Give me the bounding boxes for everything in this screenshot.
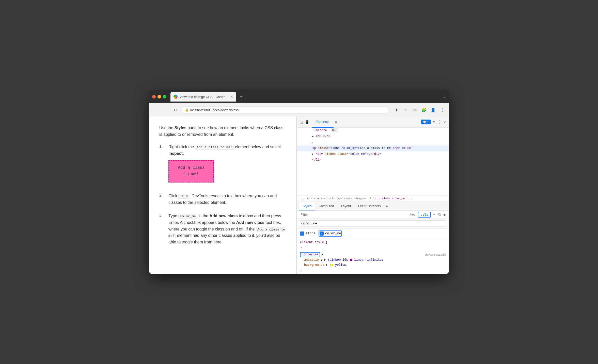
step-content-1: Right-click the Add a class to me! eleme… [168, 144, 286, 186]
class-input-area [297, 219, 449, 228]
toolbar-icons: ⬆ ☆ ✂ 🧩 👤 ⋮ [393, 106, 446, 113]
checkbox-aloha-check[interactable]: ✓ [300, 231, 304, 236]
css-rule-color-me: .color_me { _devtools.scss:55 animation:… [297, 251, 449, 274]
devtools-actions: 💬 1 ⚙ ⋮ ✕ [421, 120, 446, 125]
menu-icon[interactable]: ⋮ [439, 106, 446, 113]
hov-button[interactable]: :hov [408, 212, 417, 217]
html-div-collapsed: <div hidden class="color_me">…</div> [297, 151, 449, 157]
more-icon[interactable]: ⋮ [437, 120, 441, 125]
background-color-swatch [330, 264, 333, 266]
styles-tab-layout[interactable]: Layout [337, 202, 354, 210]
traffic-lights [152, 95, 166, 98]
add-class-demo-button[interactable]: Add a class to me! [168, 160, 214, 183]
html-dots: ... [297, 139, 449, 145]
css-rule-element-style: element.style { } [297, 239, 449, 251]
step-number-2: 2 [159, 193, 164, 198]
reload-button[interactable]: ↻ [171, 106, 179, 113]
close-devtools-icon[interactable]: ✕ [443, 120, 446, 125]
inline-code-color-me: color_me [178, 214, 197, 219]
expand-icon-2[interactable] [312, 152, 314, 157]
copy-style-icon[interactable]: ⧉ [437, 212, 442, 217]
filter-bar: Filter :hov .cls + ⧉ ◧ [297, 211, 449, 219]
new-tab-button[interactable]: + [237, 93, 245, 101]
toggle-icon[interactable]: ◧ [443, 212, 447, 217]
css-source: _devtools.scss:55 [424, 252, 446, 257]
breadcrumb-ol[interactable]: ol [368, 197, 371, 200]
address-input[interactable]: 🔒 localhost:8080/docs/devtools/css/ [181, 106, 388, 114]
filter-input[interactable]: Filter [299, 212, 406, 217]
styles-tabs-more[interactable]: » [384, 203, 389, 209]
forward-button[interactable]: → [162, 106, 169, 113]
html-p-selected[interactable]: <p class="aloha color_me">Add a class to… [297, 145, 449, 151]
checkbox-color-me-wrapper: ✓ color_me [319, 230, 342, 237]
lock-icon: 🔒 [185, 108, 189, 112]
address-bar: ← → ↻ 🔒 localhost:8080/docs/devtools/css… [149, 103, 449, 117]
styles-tab-event-listeners[interactable]: Event Listeners [354, 202, 384, 210]
breadcrumb-li[interactable]: li [373, 197, 376, 200]
step-item-2: 2 Click .cls. DevTools reveals a text bo… [159, 193, 286, 206]
breadcrumb-bar: ... ack.stack--block.type.center-images … [297, 195, 449, 202]
step-number-1: 1 [159, 144, 164, 149]
breadcrumb-block[interactable]: ack.stack--block.type.center-images [307, 197, 366, 200]
step-number-3: 3 [159, 213, 164, 218]
back-button[interactable]: ← [152, 106, 159, 113]
address-text: localhost:8080/docs/devtools/css/ [190, 108, 240, 112]
checkbox-color-me-check[interactable]: ✓ [320, 231, 324, 236]
step-content-3: Type color_me in the Add new class text … [168, 213, 286, 245]
cls-button[interactable]: .cls [418, 212, 431, 218]
animation-color-swatch [350, 259, 352, 261]
profile-icon[interactable]: 👤 [430, 106, 437, 113]
elements-panel: ::before flex <p>…</p> ... <p class="alo… [297, 128, 449, 195]
class-checkboxes: ✓ aloha ✓ color_me [297, 228, 449, 239]
main-content: Use the Styles pane to see how an elemen… [149, 117, 449, 274]
tab-bar: View and change CSS - Chrom... ✕ + ⌄ [170, 92, 446, 102]
step-list: 1 Right-click the Add a class to me! ele… [159, 144, 286, 245]
step-item-3: 3 Type color_me in the Add new class tex… [159, 213, 286, 245]
cursor-icon[interactable]: ⬚ [300, 120, 303, 125]
selector-color-me: .color_me [300, 252, 320, 257]
maximize-window-button[interactable] [163, 95, 166, 98]
bookmark-icon[interactable]: ☆ [402, 106, 409, 113]
html-p-collapsed: <p>…</p> [297, 134, 449, 139]
close-window-button[interactable] [152, 95, 156, 98]
breadcrumb-more[interactable]: ... [407, 197, 413, 200]
cut-icon[interactable]: ✂ [411, 106, 418, 113]
checkbox-color-me-label: color_me [325, 231, 341, 235]
doc-pane: Use the Styles pane to see how an elemen… [149, 117, 296, 274]
intro-text: Use the Styles pane to see how an elemen… [159, 125, 286, 138]
checkbox-color-me: ✓ color_me [320, 231, 341, 236]
step-item-1: 1 Right-click the Add a class to me! ele… [159, 144, 286, 186]
html-before-line: ::before flex [297, 128, 449, 134]
devtools-tabs-more[interactable]: » [334, 119, 339, 125]
inline-code-add-class: Add a class to me! [168, 227, 285, 239]
settings-icon[interactable]: ⚙ [433, 120, 435, 125]
styles-tab-styles[interactable]: Styles [299, 202, 315, 210]
inline-code-1: Add a class to me! [195, 145, 234, 150]
expand-icon[interactable] [312, 134, 314, 139]
class-input-field[interactable] [299, 220, 447, 227]
filter-actions: :hov .cls + ⧉ ◧ [408, 212, 447, 218]
devtools-tabs: Elements » [312, 117, 419, 128]
inline-code-cls: .cls [178, 194, 189, 199]
checkbox-aloha-label: aloha [306, 231, 316, 235]
tab-favicon [174, 95, 178, 99]
active-tab[interactable]: View and change CSS - Chrom... ✕ [170, 92, 236, 102]
step-content-2: Click .cls. DevTools reveals a text box … [168, 193, 286, 206]
breadcrumb-p[interactable]: p.aloha.color_me [379, 197, 405, 200]
minimize-window-button[interactable] [158, 95, 161, 98]
title-bar: View and change CSS - Chrom... ✕ + ⌄ [149, 90, 449, 103]
styles-tab-computed[interactable]: Computed [315, 202, 337, 210]
share-icon[interactable]: ⬆ [393, 106, 400, 113]
chat-badge[interactable]: 💬 1 [421, 120, 431, 124]
tab-elements[interactable]: Elements [312, 117, 334, 128]
extensions-icon[interactable]: 🧩 [420, 106, 428, 113]
styles-tabs: Styles Computed Layout Event Listeners » [297, 202, 449, 211]
browser-window: View and change CSS - Chrom... ✕ + ⌄ ← →… [149, 90, 449, 274]
device-icon[interactable]: 📱 [305, 120, 310, 125]
add-property-icon[interactable]: + [432, 212, 436, 217]
checkbox-aloha: ✓ aloha [300, 231, 316, 236]
tab-close-button[interactable]: ✕ [230, 95, 233, 99]
html-li-close: </li> [297, 157, 449, 163]
tab-overflow-button[interactable]: ⌄ [443, 95, 446, 98]
breadcrumb-dots[interactable]: ... [300, 197, 305, 200]
